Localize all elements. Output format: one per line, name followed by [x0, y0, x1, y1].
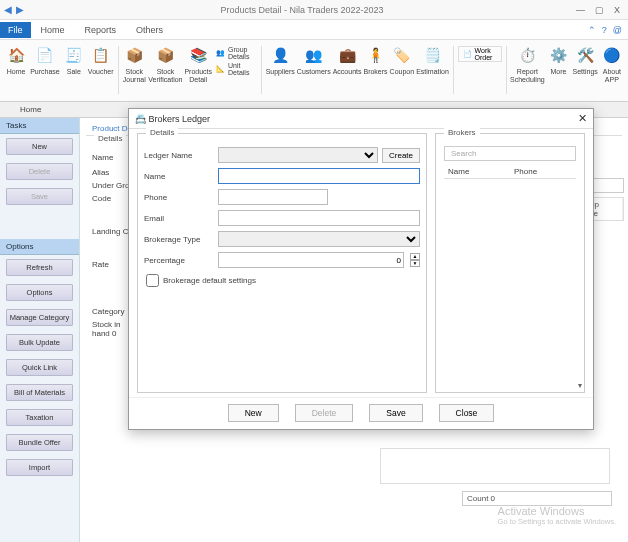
work-order-icon: 📄 — [463, 50, 472, 58]
ribbon-report-scheduling[interactable]: ⏱️Report Scheduling — [510, 44, 544, 83]
sidebar-bill-of-materials-button[interactable]: Bill of Materials — [6, 384, 73, 401]
ribbon-accounts[interactable]: 💼Accounts — [333, 44, 362, 76]
stock-journal-icon: 📦 — [123, 44, 145, 66]
ribbon-stock-journal[interactable]: 📦Stock Journal — [122, 44, 146, 83]
dialog-save-button[interactable]: Save — [369, 404, 422, 422]
sidebar-refresh-button[interactable]: Refresh — [6, 259, 73, 276]
nav-back-icon[interactable]: ◀ — [4, 4, 12, 15]
ribbon-suppliers[interactable]: 👤Suppliers — [266, 44, 295, 76]
dialog-close-icon[interactable]: ✕ — [578, 112, 587, 125]
phone-input[interactable] — [218, 189, 328, 205]
ribbon-more-label: More — [550, 68, 566, 76]
default-settings-label: Brokerage default settings — [163, 276, 256, 285]
name-input[interactable] — [218, 168, 420, 184]
brokers-legend: Brokers — [444, 128, 480, 137]
menu-tab-home[interactable]: Home — [31, 22, 75, 38]
menu-tab-others[interactable]: Others — [126, 22, 173, 38]
default-settings-checkbox[interactable] — [146, 274, 159, 287]
spinner-up-icon[interactable]: ▲ — [410, 253, 420, 260]
group-details-button[interactable]: 👥Group Details — [216, 46, 255, 60]
spinner-down-icon[interactable]: ▼ — [410, 260, 420, 267]
work-order-button[interactable]: 📄Work Order — [458, 46, 502, 62]
maximize-icon[interactable]: ▢ — [595, 5, 604, 15]
dialog-title: Brokers Ledger — [149, 114, 211, 124]
ribbon-customers[interactable]: 👥Customers — [297, 44, 331, 76]
sidebar-save-button[interactable]: Save — [6, 188, 73, 205]
brokerage-type-select[interactable] — [218, 231, 420, 247]
breadcrumb-home[interactable]: Home — [20, 105, 41, 114]
brokers-col-phone: Phone — [510, 165, 576, 178]
ribbon-stock-verification-label: Stock Verification — [148, 68, 182, 83]
nav-forward-icon[interactable]: ▶ — [16, 4, 24, 15]
dialog-close-button[interactable]: Close — [439, 404, 495, 422]
caret-icon[interactable]: ⌃ — [588, 25, 596, 35]
sidebar-taxation-button[interactable]: Taxation — [6, 409, 73, 426]
percentage-input[interactable] — [218, 252, 404, 268]
sidebar-bulk-update-button[interactable]: Bulk Update — [6, 334, 73, 351]
stock-verification-icon: 📦 — [154, 44, 176, 66]
ribbon-coupon-label: Coupon — [390, 68, 415, 76]
ribbon-about[interactable]: 🔵About APP — [600, 44, 624, 83]
sidebar-bundle-offer-button[interactable]: Bundle Offer — [6, 434, 73, 451]
email-input[interactable] — [218, 210, 420, 226]
purchase-icon: 📄 — [34, 44, 56, 66]
dialog-delete-button[interactable]: Delete — [295, 404, 354, 422]
ribbon-home[interactable]: 🏠Home — [4, 44, 28, 76]
phone-label: Phone — [144, 193, 214, 202]
ribbon-stock-verification[interactable]: 📦Stock Verification — [148, 44, 182, 83]
sidebar-import-button[interactable]: Import — [6, 459, 73, 476]
dialog-details-panel: Details Ledger Name Create Name Phone Em… — [137, 133, 427, 393]
ribbon-coupon[interactable]: 🏷️Coupon — [390, 44, 415, 76]
sidebar-options-button[interactable]: Options — [6, 284, 73, 301]
help-icon[interactable]: ? — [602, 25, 607, 35]
group-details-label: Group Details — [228, 46, 255, 60]
ribbon-estimation[interactable]: 🗒️Estimation — [416, 44, 449, 76]
home-icon: 🏠 — [5, 44, 27, 66]
ribbon-brokers[interactable]: 🧍Brokers — [363, 44, 387, 76]
ribbon-more[interactable]: ⚙️More — [546, 44, 570, 76]
close-icon[interactable]: X — [614, 5, 620, 15]
ledger-name-label: Ledger Name — [144, 151, 214, 160]
ledger-name-select[interactable] — [218, 147, 378, 163]
products-detail-icon: 📚 — [187, 44, 209, 66]
file-menu[interactable]: File — [0, 22, 31, 38]
unit-details-label: Unit Details — [228, 62, 255, 76]
details-legend: Details — [146, 128, 178, 137]
brokers-icon: 🧍 — [365, 44, 387, 66]
sidebar-manage-category-button[interactable]: Manage Category — [6, 309, 73, 326]
ribbon-sale[interactable]: 🧾Sale — [62, 44, 86, 76]
unit-details-button[interactable]: 📐Unit Details — [216, 62, 255, 76]
count-box: Count 0 — [462, 491, 612, 506]
sidebar-delete-button[interactable]: Delete — [6, 163, 73, 180]
ribbon-voucher[interactable]: 📋Voucher — [88, 44, 114, 76]
ribbon-settings[interactable]: 🛠️Settings — [573, 44, 598, 76]
percentage-label: Percentage — [144, 256, 214, 265]
ribbon-stock-journal-label: Stock Journal — [122, 68, 146, 83]
about-icon: 🔵 — [601, 44, 623, 66]
brokers-ledger-dialog: 📇 Brokers Ledger ✕ Details Ledger Name C… — [128, 108, 594, 430]
ribbon-purchase-label: Purchase — [30, 68, 60, 76]
percentage-spinner[interactable]: ▲▼ — [410, 253, 420, 267]
ribbon-estimation-label: Estimation — [416, 68, 449, 76]
window-title: Products Detail - Nila Traders 2022-2023 — [28, 5, 576, 15]
ribbon-accounts-label: Accounts — [333, 68, 362, 76]
dialog-new-button[interactable]: New — [228, 404, 279, 422]
ribbon-purchase[interactable]: 📄Purchase — [30, 44, 60, 76]
accounts-icon: 💼 — [336, 44, 358, 66]
name-label: Name — [144, 172, 214, 181]
at-icon[interactable]: @ — [613, 25, 622, 35]
ribbon-about-label: About APP — [600, 68, 624, 83]
menu-tab-reports[interactable]: Reports — [75, 22, 127, 38]
sale-icon: 🧾 — [63, 44, 85, 66]
customers-icon: 👥 — [303, 44, 325, 66]
dialog-footer: New Delete Save Close — [129, 397, 593, 430]
ribbon-products-detail[interactable]: 📚Products Detail — [184, 44, 212, 83]
brokers-search-input[interactable]: Search — [444, 146, 576, 161]
details-legend: Details — [94, 134, 126, 143]
create-button[interactable]: Create — [382, 148, 420, 163]
sidebar-new-button[interactable]: New — [6, 138, 73, 155]
sidebar-quick-link-button[interactable]: Quick Link — [6, 359, 73, 376]
report-scheduling-icon: ⏱️ — [516, 44, 538, 66]
minimize-icon[interactable]: — — [576, 5, 585, 15]
scroll-down-icon[interactable]: ▾ — [578, 381, 582, 390]
